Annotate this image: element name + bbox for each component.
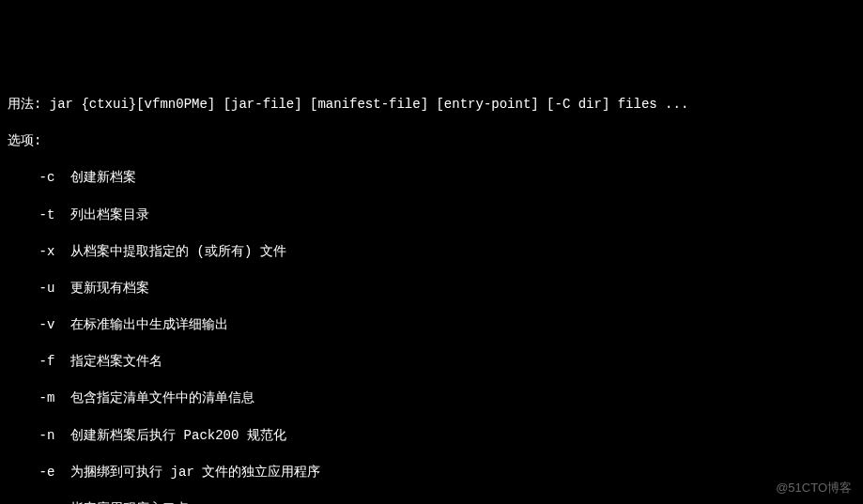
option-t: -t 列出档案目录: [8, 206, 855, 225]
option-x: -x 从档案中提取指定的 (或所有) 文件: [8, 243, 855, 262]
option-f: -f 指定档案文件名: [8, 353, 855, 372]
option-v: -v 在标准输出中生成详细输出: [8, 316, 855, 335]
option-u: -u 更新现有档案: [8, 280, 855, 298]
usage-line: 用法: jar {ctxui}[vfmn0PMe] [jar-file] [ma…: [8, 96, 855, 115]
option-m: -m 包含指定清单文件中的清单信息: [8, 389, 855, 408]
option-n: -n 创建新档案后执行 Pack200 规范化: [8, 427, 855, 446]
terminal-output: 用法: jar {ctxui}[vfmn0PMe] [jar-file] [ma…: [8, 77, 855, 504]
option-c: -c 创建新档案: [8, 169, 855, 188]
watermark-text: @51CTO博客: [776, 480, 852, 496]
options-header: 选项:: [8, 132, 855, 151]
option-e: -e 为捆绑到可执行 jar 文件的独立应用程序: [8, 464, 855, 482]
option-e-cont: 指定应用程序入口点: [8, 500, 855, 504]
